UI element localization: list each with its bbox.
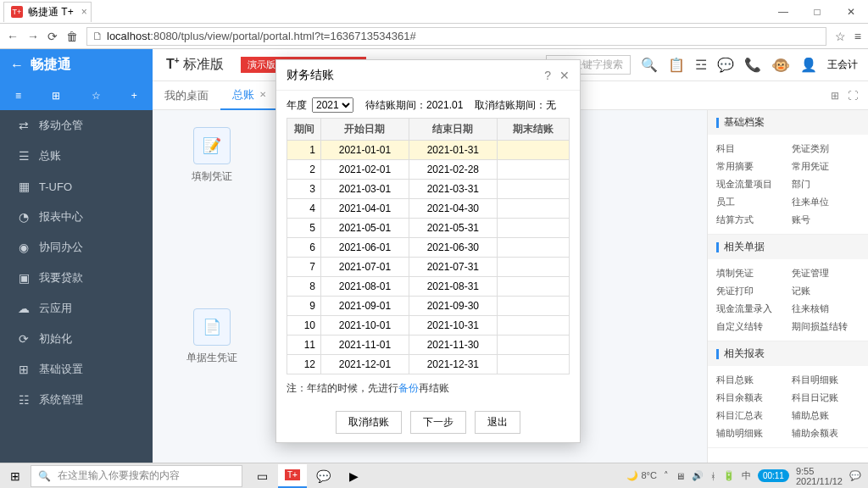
notifications-icon[interactable]: 💬 (849, 470, 861, 481)
menu-icon[interactable]: ≡ (15, 90, 21, 102)
fullscreen-icon[interactable]: ⛶ (848, 90, 858, 102)
panel-link[interactable]: 部门 (788, 175, 864, 193)
app-tplus[interactable]: T+ (278, 464, 307, 488)
recording-badge[interactable]: 00:11 (758, 469, 789, 482)
flow-doc-voucher[interactable]: 📄单据生凭证 (186, 308, 237, 365)
bookmark-icon[interactable]: ☆ (835, 30, 846, 43)
table-row[interactable]: 62021-06-012021-06-30 (287, 238, 570, 258)
panel-link[interactable]: 往来核销 (788, 300, 864, 318)
panel-link[interactable]: 科目总账 (713, 371, 788, 389)
table-row[interactable]: 52021-05-012021-05-31 (287, 219, 570, 238)
tab-close-icon[interactable]: × (81, 6, 87, 18)
panel-link[interactable]: 员工 (713, 193, 788, 211)
star-icon[interactable]: ☆ (92, 90, 101, 102)
grid-icon[interactable]: ⊞ (52, 90, 60, 102)
app-video[interactable]: ▶ (339, 464, 368, 488)
panel-link[interactable]: 科目余额表 (713, 389, 788, 407)
panel-link[interactable]: 记账 (788, 282, 864, 300)
chat-icon[interactable]: 💬 (717, 57, 734, 73)
trash-button[interactable]: 🗑 (66, 30, 78, 43)
table-row[interactable]: 122021-12-012021-12-31 (287, 355, 570, 374)
reload-button[interactable]: ⟳ (47, 30, 58, 43)
sidebar-item[interactable]: ▣我要贷款 (0, 263, 153, 293)
exit-button[interactable]: 退出 (475, 411, 520, 434)
user-name[interactable]: 王会计 (827, 58, 858, 72)
app-wechat[interactable]: 💬 (309, 464, 337, 488)
sidebar-item[interactable]: ⇄移动仓管 (0, 110, 153, 141)
sidebar-item[interactable]: ☷系统管理 (0, 385, 153, 415)
browser-tab[interactable]: T+ 畅捷通 T+ × (3, 2, 92, 22)
minimize-button[interactable]: ― (766, 0, 800, 24)
table-row[interactable]: 102021-10-012021-10-31 (287, 316, 570, 336)
close-button[interactable]: ✕ (834, 0, 868, 24)
sidebar-item[interactable]: ☁云应用 (0, 293, 153, 324)
maximize-button[interactable]: □ (800, 0, 834, 24)
back-button[interactable]: ← (7, 30, 19, 43)
menu-icon[interactable]: ≡ (854, 30, 861, 43)
sidebar-item[interactable]: ▦T-UFO (0, 171, 153, 202)
user-icon[interactable]: 👤 (800, 57, 817, 73)
backup-link[interactable]: 备份 (398, 382, 419, 394)
panel-link[interactable]: 科目汇总表 (713, 407, 788, 424)
tab-desktop[interactable]: 我的桌面 (153, 81, 220, 110)
clock[interactable]: 9:552021/11/12 (796, 466, 843, 486)
table-row[interactable]: 32021-03-012021-03-31 (287, 180, 570, 199)
panel-link[interactable]: 辅助总账 (788, 407, 864, 424)
table-row[interactable]: 92021-09-012021-09-30 (287, 297, 570, 316)
sidebar-item[interactable]: ◔报表中心 (0, 202, 153, 232)
table-row[interactable]: 112021-11-012021-11-30 (287, 336, 570, 355)
panel-link[interactable]: 期间损益结转 (788, 318, 864, 336)
panel-link[interactable]: 辅助余额表 (788, 424, 864, 442)
tab-ledger[interactable]: 总账✕ (220, 81, 278, 110)
phone-icon[interactable]: 📞 (744, 57, 761, 73)
next-button[interactable]: 下一步 (410, 411, 466, 434)
panel-link[interactable]: 填制凭证 (713, 264, 788, 282)
table-row[interactable]: 42021-04-012021-04-30 (287, 199, 570, 219)
tray-up-icon[interactable]: ˄ (664, 470, 669, 481)
panel-link[interactable]: 科目明细账 (788, 371, 864, 389)
panel-link[interactable]: 科目日记账 (788, 389, 864, 407)
panel-link[interactable]: 凭证管理 (788, 264, 864, 282)
panel-link[interactable]: 科目 (713, 140, 788, 158)
tray-bt-icon[interactable]: ᚼ (710, 471, 716, 481)
sidebar-item[interactable]: ◉协同办公 (0, 232, 153, 263)
forward-button[interactable]: → (27, 30, 39, 43)
table-row[interactable]: 12021-01-012021-01-31 (287, 141, 570, 160)
back-arrow-icon[interactable]: ← (10, 58, 24, 73)
panel-link[interactable]: 常用摘要 (713, 158, 788, 175)
panel-link[interactable]: 结算方式 (713, 211, 788, 229)
modal-close-icon[interactable]: ✕ (559, 69, 570, 82)
panel-link[interactable]: 账号 (788, 211, 864, 229)
layout-icon[interactable]: ⊞ (831, 90, 839, 102)
tray-vol-icon[interactable]: 🔊 (692, 470, 704, 481)
year-select[interactable]: 2021 (312, 97, 353, 113)
panel-link[interactable]: 往来单位 (788, 193, 864, 211)
panel-link[interactable]: 常用凭证 (788, 158, 864, 175)
plus-icon[interactable]: + (131, 90, 137, 102)
tray-bat-icon[interactable]: 🔋 (723, 470, 735, 481)
calendar-icon[interactable]: 📋 (668, 57, 685, 73)
search-icon[interactable]: 🔍 (641, 57, 658, 73)
url-bar[interactable]: 🗋 localhost:8080/tplus/view/portal/porta… (86, 27, 826, 46)
panel-link[interactable]: 凭证类别 (788, 140, 864, 158)
panel-link[interactable]: 现金流量项目 (713, 175, 788, 193)
tray-net-icon[interactable]: 🖥 (676, 471, 685, 481)
panel-link[interactable]: 辅助明细账 (713, 424, 788, 442)
weather[interactable]: 🌙 8°C (626, 470, 657, 481)
table-row[interactable]: 22021-02-012021-02-28 (287, 160, 570, 180)
taskbar-search[interactable]: 🔍 在这里输入你要搜索的内容 (31, 465, 242, 487)
sidebar-item[interactable]: ⊞基础设置 (0, 354, 153, 385)
table-row[interactable]: 82021-08-012021-08-31 (287, 277, 570, 297)
help-icon[interactable]: ? (544, 69, 551, 82)
panel-link[interactable]: 现金流量录入 (713, 300, 788, 318)
sidebar-item[interactable]: ⟳初始化 (0, 324, 153, 354)
sidebar-item[interactable]: ☰总账 (0, 141, 153, 171)
flow-fill-voucher[interactable]: 📝填制凭证 (186, 127, 237, 184)
table-row[interactable]: 72021-07-012021-07-31 (287, 258, 570, 277)
cancel-close-button[interactable]: 取消结账 (336, 411, 402, 434)
list-icon[interactable]: ☲ (695, 57, 707, 73)
logo-area[interactable]: ← 畅捷通 (0, 49, 153, 81)
taskview-icon[interactable]: ▭ (248, 464, 276, 488)
monkey-icon[interactable]: 🐵 (771, 56, 790, 75)
tab-close-icon[interactable]: ✕ (259, 90, 266, 99)
